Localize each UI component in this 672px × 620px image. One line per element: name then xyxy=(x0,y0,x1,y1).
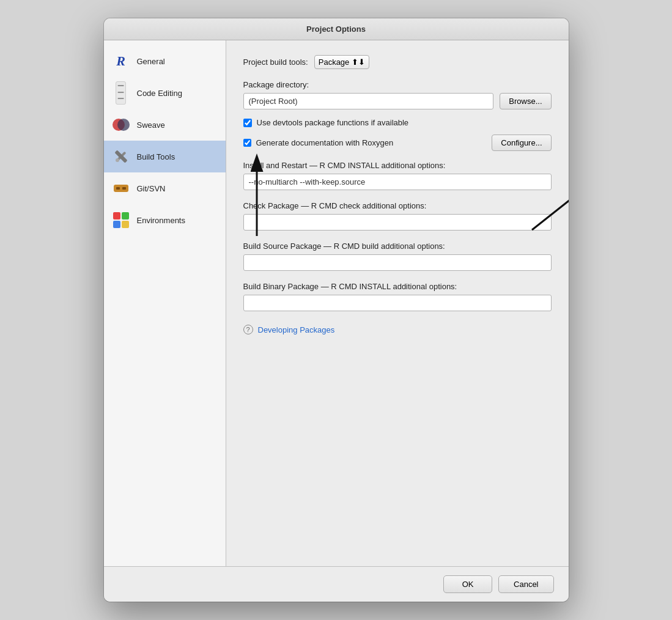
svg-point-4 xyxy=(116,158,119,162)
sidebar-item-code-editing[interactable]: ══════ Code Editing xyxy=(104,77,226,109)
sidebar-label-general: General xyxy=(137,57,165,66)
svg-rect-6 xyxy=(116,187,120,190)
git-svn-icon xyxy=(111,179,131,198)
sidebar-item-general[interactable]: R General xyxy=(104,45,226,77)
sidebar-label-sweave: Sweave xyxy=(137,120,165,130)
build-binary-section: Build Binary Package — R CMD INSTALL add… xyxy=(243,282,552,311)
configure-button[interactable]: Configure... xyxy=(492,135,551,151)
code-editing-icon: ══════ xyxy=(111,83,131,103)
build-binary-label: Build Binary Package — R CMD INSTALL add… xyxy=(243,282,552,291)
use-devtools-label: Use devtools package functions if availa… xyxy=(257,118,409,127)
sidebar-label-git-svn: Git/SVN xyxy=(137,184,166,193)
environments-icon xyxy=(111,210,131,230)
browse-button[interactable]: Browse... xyxy=(500,93,551,109)
dialog-body: R General ══════ Code Editing xyxy=(104,40,569,566)
sidebar-item-sweave[interactable]: Sweave xyxy=(104,109,226,141)
svg-rect-8 xyxy=(113,212,120,220)
roxygen-checkbox[interactable] xyxy=(243,139,251,147)
sidebar-label-build-tools: Build Tools xyxy=(137,152,175,161)
sidebar: R General ══════ Code Editing xyxy=(104,40,226,566)
build-tools-row: Project build tools: Package ⬆⬇ xyxy=(243,55,552,69)
build-tools-select-arrow: ⬆⬇ xyxy=(352,57,365,67)
sidebar-item-build-tools[interactable]: Build Tools xyxy=(104,141,226,172)
sidebar-item-environments[interactable]: Environments xyxy=(104,204,226,236)
svg-rect-7 xyxy=(122,187,126,190)
use-devtools-checkbox[interactable] xyxy=(243,119,252,127)
roxygen-row: Generate documentation with Roxygen Conf… xyxy=(243,135,552,151)
package-directory-row: Browse... xyxy=(243,93,552,109)
svg-point-1 xyxy=(117,119,130,131)
package-directory-section: Package directory: Browse... xyxy=(243,80,552,109)
project-options-dialog: Project Options R General ══════ Code Ed… xyxy=(104,18,569,602)
sidebar-item-git-svn[interactable]: Git/SVN xyxy=(104,172,226,204)
r-icon: R xyxy=(111,51,131,71)
sweave-icon xyxy=(111,115,131,135)
check-package-section: Check Package — R CMD check additional o… xyxy=(243,201,552,231)
build-source-input[interactable] xyxy=(243,254,552,271)
main-content: Project build tools: Package ⬆⬇ Package … xyxy=(226,40,569,566)
build-tools-icon xyxy=(111,147,131,166)
build-tools-select[interactable]: Package ⬆⬇ xyxy=(314,55,370,69)
use-devtools-row: Use devtools package functions if availa… xyxy=(243,118,552,127)
sidebar-label-code-editing: Code Editing xyxy=(137,89,182,98)
build-source-section: Build Source Package — R CMD build addit… xyxy=(243,242,552,271)
package-directory-input[interactable] xyxy=(243,93,494,109)
dialog-title: Project Options xyxy=(114,24,559,34)
svg-rect-10 xyxy=(113,221,120,228)
developing-packages-row: ? Developing Packages xyxy=(243,325,552,334)
developing-packages-link[interactable]: Developing Packages xyxy=(258,325,335,334)
project-build-tools-label: Project build tools: xyxy=(243,57,308,67)
help-circle-icon: ? xyxy=(243,325,253,334)
roxygen-label: Generate documentation with Roxygen xyxy=(256,138,487,147)
package-directory-label: Package directory: xyxy=(243,80,552,89)
sidebar-label-environments: Environments xyxy=(137,216,185,225)
build-tools-select-value: Package xyxy=(319,57,350,67)
dialog-footer: OK Cancel xyxy=(104,566,569,602)
install-restart-section: Install and Restart — R CMD INSTALL addi… xyxy=(243,161,552,190)
build-binary-input[interactable] xyxy=(243,295,552,311)
install-restart-input[interactable] xyxy=(243,174,552,190)
cancel-button[interactable]: Cancel xyxy=(498,575,553,593)
ok-button[interactable]: OK xyxy=(443,575,492,593)
check-package-label: Check Package — R CMD check additional o… xyxy=(243,201,552,210)
svg-rect-11 xyxy=(122,221,129,228)
build-source-label: Build Source Package — R CMD build addit… xyxy=(243,242,552,251)
svg-rect-5 xyxy=(114,185,128,192)
title-bar: Project Options xyxy=(104,18,569,40)
svg-rect-9 xyxy=(122,212,129,220)
check-package-input[interactable] xyxy=(243,214,552,231)
install-restart-label: Install and Restart — R CMD INSTALL addi… xyxy=(243,161,552,170)
